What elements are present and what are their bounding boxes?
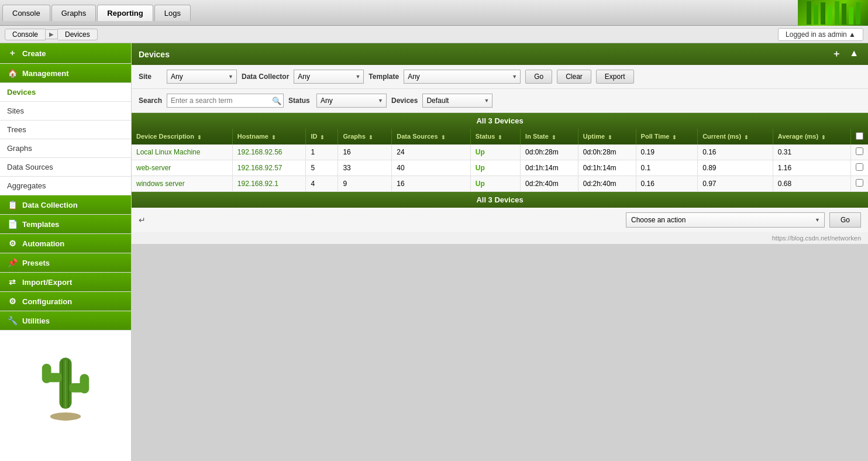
device-description-link[interactable]: Local Linux Machine (136, 148, 200, 156)
select-all-checkbox[interactable] (856, 132, 863, 140)
filter-row-1: Site Any Data Collector Any Template Any (132, 65, 868, 89)
col-select-all[interactable] (851, 129, 869, 145)
svg-point-16 (50, 412, 81, 421)
row-checkbox[interactable] (856, 147, 863, 155)
action-select[interactable]: Choose an action (626, 212, 825, 228)
cell-average-ms: 0.68 (773, 176, 850, 192)
sort-uptime-icon: ⇕ (608, 135, 612, 140)
device-hostname-link[interactable]: 192.168.92.56 (237, 148, 283, 156)
row-checkbox[interactable] (856, 179, 863, 187)
site-select[interactable]: Any (167, 70, 237, 84)
col-poll-time[interactable]: Poll Time ⇕ (636, 129, 698, 145)
sidebar-management-label: Management (22, 69, 68, 78)
cell-description: web-server (132, 160, 232, 176)
action-go-button[interactable]: Go (829, 212, 861, 228)
tab-reporting[interactable]: Reporting (97, 5, 153, 21)
add-device-button[interactable]: ＋ (829, 48, 843, 60)
sort-average-ms-icon: ⇕ (821, 135, 826, 140)
sidebar-item-automation[interactable]: ⚙ Automation (0, 234, 131, 253)
sort-id-icon: ⇕ (320, 135, 325, 140)
tab-console[interactable]: Console (2, 5, 50, 21)
cell-graphs: 33 (338, 160, 392, 176)
cell-status: Up (470, 160, 520, 176)
cell-uptime: 0d:2h:40m (578, 176, 636, 192)
export-button[interactable]: Export (596, 70, 634, 84)
clear-button[interactable]: Clear (557, 70, 591, 84)
cell-poll-time: 0.16 (636, 176, 698, 192)
col-id[interactable]: ID ⇕ (306, 129, 338, 145)
sidebar-item-management[interactable]: 🏠 Management (0, 64, 131, 83)
col-uptime[interactable]: Uptime ⇕ (578, 129, 636, 145)
device-hostname-link[interactable]: 192.168.92.1 (237, 180, 278, 188)
sort-current-ms-icon: ⇕ (744, 135, 749, 140)
sidebar-item-templates[interactable]: 📄 Templates (0, 215, 131, 234)
sidebar-templates-label: Templates (22, 220, 59, 229)
status-select[interactable]: Any (316, 94, 387, 108)
cell-hostname: 192.168.92.56 (232, 145, 306, 160)
sidebar-item-utilities[interactable]: 🔧 Utilities (0, 311, 131, 331)
tab-logs[interactable]: Logs (154, 5, 191, 21)
go-button[interactable]: Go (525, 70, 552, 84)
sort-data-sources-icon: ⇕ (441, 135, 446, 140)
cell-current-ms: 0.89 (698, 160, 773, 176)
configuration-icon: ⚙ (7, 297, 18, 306)
data-collector-label: Data Collector (242, 73, 289, 81)
col-description[interactable]: Device Description ⇕ (132, 129, 232, 145)
cell-poll-time: 0.19 (636, 145, 698, 160)
devices-filter-select[interactable]: Default (422, 94, 492, 108)
top-nav: Console Graphs Reporting Logs (0, 0, 868, 26)
cell-hostname: 192.168.92.57 (232, 160, 306, 176)
devices-header-actions: ＋ ▲ (829, 48, 861, 60)
search-icon[interactable]: 🔍 (272, 97, 281, 105)
sidebar-create-label: Create (22, 49, 46, 58)
sidebar-item-presets[interactable]: 📌 Presets (0, 253, 131, 273)
col-graphs[interactable]: Graphs ⇕ (338, 129, 392, 145)
cell-average-ms: 0.31 (773, 145, 850, 160)
sidebar-item-data-sources[interactable]: Data Sources (0, 158, 131, 177)
device-description-link[interactable]: windows server (136, 180, 185, 188)
template-select[interactable]: Any (404, 70, 521, 84)
action-select-wrapper: Choose an action (626, 212, 825, 228)
utilities-icon: 🔧 (7, 316, 18, 325)
col-data-sources[interactable]: Data Sources ⇕ (392, 129, 470, 145)
table-row: Local Linux Machine 192.168.92.56 1 16 2… (132, 145, 868, 160)
sidebar-automation-label: Automation (22, 239, 64, 248)
sidebar-item-configuration[interactable]: ⚙ Configuration (0, 292, 131, 311)
breadcrumb-devices[interactable]: Devices (58, 29, 98, 40)
cell-in-state: 0d:2h:40m (521, 176, 578, 192)
sidebar-item-sites[interactable]: Sites (0, 102, 131, 121)
sidebar-item-graphs[interactable]: Graphs (0, 139, 131, 158)
sidebar-item-import-export[interactable]: ⇄ Import/Export (0, 273, 131, 292)
col-average-ms[interactable]: Average (ms) ⇕ (773, 129, 850, 145)
cell-in-state: 0d:1h:14m (521, 160, 578, 176)
cell-poll-time: 0.1 (636, 160, 698, 176)
sort-hostname-icon: ⇕ (271, 135, 276, 140)
corner-arrow-icon: ↵ (139, 215, 146, 225)
templates-icon: 📄 (7, 219, 18, 229)
col-in-state[interactable]: In State ⇕ (521, 129, 578, 145)
col-hostname[interactable]: Hostname ⇕ (232, 129, 306, 145)
cell-average-ms: 1.16 (773, 160, 850, 176)
col-status[interactable]: Status ⇕ (470, 129, 520, 145)
sidebar-item-data-collection[interactable]: 📋 Data Collection (0, 195, 131, 215)
sort-in-state-icon: ⇕ (552, 135, 556, 140)
row-checkbox[interactable] (856, 163, 863, 171)
device-description-link[interactable]: web-server (136, 164, 171, 172)
search-input[interactable] (167, 94, 284, 108)
sidebar: ＋ Create 🏠 Management Devices Sites Tree… (0, 43, 132, 461)
col-current-ms[interactable]: Current (ms) ⇕ (698, 129, 773, 145)
sidebar-item-aggregates[interactable]: Aggregates (0, 177, 131, 195)
collapse-button[interactable]: ▲ (847, 48, 861, 60)
device-hostname-link[interactable]: 192.168.92.57 (237, 164, 283, 172)
cell-uptime: 0d:0h:28m (578, 145, 636, 160)
sidebar-item-create[interactable]: ＋ Create (0, 43, 131, 64)
data-collection-icon: 📋 (7, 200, 18, 209)
sidebar-item-trees[interactable]: Trees (0, 121, 131, 139)
breadcrumb: Console ▶ Devices (5, 29, 98, 40)
data-collector-select[interactable]: Any (294, 70, 364, 84)
breadcrumb-console[interactable]: Console (5, 29, 46, 40)
devices-label: Devices (391, 97, 418, 105)
sidebar-item-devices[interactable]: Devices (0, 83, 131, 102)
automation-icon: ⚙ (7, 239, 18, 248)
tab-graphs[interactable]: Graphs (51, 5, 97, 21)
